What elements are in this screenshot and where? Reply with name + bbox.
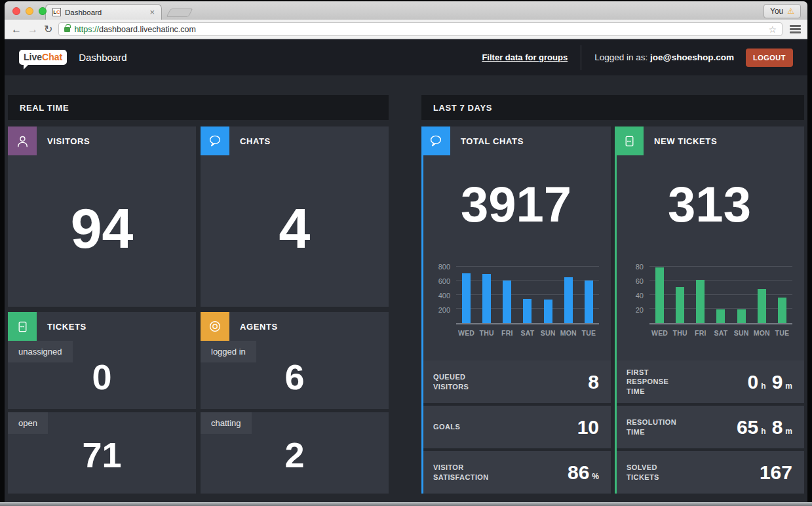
- chats-count: 4: [201, 155, 389, 307]
- last7days-section: LAST 7 DAYS TOTAL CHATS 3917: [421, 95, 804, 502]
- livechat-app: LiveChat Dashboard Filter data for group…: [5, 39, 807, 502]
- new-tickets-label: NEW TICKETS: [654, 136, 717, 146]
- solved-tickets-row: SOLVED TICKETS 167: [615, 451, 804, 494]
- tab-close-icon[interactable]: ×: [134, 7, 155, 17]
- close-window-button[interactable]: [12, 7, 20, 15]
- total-chats-count: 3917: [421, 155, 611, 252]
- livechat-favicon: LC: [52, 8, 61, 16]
- tickets-tile: TICKETS unassigned 0 open 71: [8, 312, 196, 494]
- profile-button[interactable]: You ⚠: [764, 4, 801, 18]
- agents-loggedin-card: logged in 6: [201, 341, 389, 409]
- agents-loggedin-count: 6: [201, 341, 389, 409]
- tickets-label: TICKETS: [47, 322, 87, 332]
- bookmark-star-icon[interactable]: ☆: [768, 25, 777, 34]
- back-button[interactable]: ←: [11, 24, 22, 35]
- total-chats-tile: TOTAL CHATS 3917 200400600800 WEDTHUFRIS…: [421, 126, 611, 494]
- realtime-section: REAL TIME VISITORS 94: [8, 95, 389, 502]
- window-controls: [12, 7, 47, 15]
- ssl-lock-icon: [64, 27, 70, 32]
- zoom-window-button[interactable]: [39, 7, 47, 15]
- browser-toolbar: ← → ↻ https:// dashboard.livechatinc.com…: [5, 20, 807, 39]
- tab-bar: LC Dashboard × You ⚠: [5, 1, 807, 20]
- realtime-section-title: REAL TIME: [8, 95, 389, 120]
- chat-bubble-icon: [201, 126, 229, 155]
- tickets-open-count: 71: [8, 412, 196, 494]
- header-divider: [581, 45, 581, 70]
- tickets-unassigned-card: unassigned 0: [8, 341, 196, 409]
- total-chats-label: TOTAL CHATS: [461, 136, 524, 146]
- minimize-window-button[interactable]: [26, 7, 33, 15]
- agents-chatting-count: 2: [201, 412, 389, 494]
- chats-label: CHATS: [240, 136, 271, 146]
- person-icon: [8, 126, 37, 155]
- resolution-time-row: RESOLUTION TIME 65h8m: [615, 406, 804, 448]
- new-tab-button[interactable]: [166, 9, 193, 17]
- lifebuoy-icon: [201, 312, 229, 341]
- desktop: LC Dashboard × You ⚠ ← → ↻ https:// dash…: [0, 0, 812, 506]
- url-scheme: https://: [74, 25, 99, 34]
- agents-label: AGENTS: [240, 322, 278, 332]
- profile-label: You: [770, 7, 783, 16]
- ticket-icon: [615, 126, 644, 155]
- goals-row: GOALS 10: [421, 406, 611, 448]
- warning-icon: ⚠: [787, 7, 794, 15]
- agents-tile: AGENTS logged in 6 chatting 2: [201, 312, 389, 494]
- new-tickets-count: 313: [615, 155, 804, 252]
- browser-menu-button[interactable]: [790, 25, 801, 33]
- new-tickets-chart: 20406080 WEDTHUFRISATSUNMONTUE: [615, 252, 804, 357]
- visitors-count: 94: [8, 155, 196, 307]
- url-host: dashboard.livechatinc.com: [99, 25, 196, 34]
- logged-in-text: Logged in as: joe@shoeshop.com: [594, 52, 734, 62]
- new-tickets-accent: [615, 126, 617, 494]
- page-title: Dashboard: [79, 52, 126, 63]
- visitors-tile: VISITORS 94: [8, 126, 196, 307]
- logout-button[interactable]: LOGOUT: [746, 49, 793, 67]
- chat-bubble-icon: [421, 126, 450, 155]
- new-tickets-tile: NEW TICKETS 313 20406080 WEDTHUFRISATSUN…: [615, 126, 804, 494]
- first-response-time-row: FIRST RESPONSE TIME 0h9m: [615, 360, 804, 403]
- ticket-icon: [8, 312, 37, 341]
- agents-chatting-card: chatting 2: [201, 412, 389, 494]
- tickets-unassigned-count: 0: [8, 341, 196, 409]
- url-bar[interactable]: https:// dashboard.livechatinc.com ☆: [58, 22, 783, 36]
- desktop-strip: [0, 502, 812, 506]
- forward-button[interactable]: →: [28, 24, 38, 35]
- total-chats-accent: [421, 126, 423, 494]
- total-chats-chart: 200400600800 WEDTHUFRISATSUNMONTUE: [421, 252, 611, 357]
- visitors-label: VISITORS: [47, 136, 90, 146]
- tickets-open-card: open 71: [8, 412, 196, 494]
- livechat-logo: LiveChat: [19, 50, 67, 65]
- queued-visitors-row: QUEUED VISITORS 8: [421, 360, 611, 403]
- reload-button[interactable]: ↻: [44, 24, 52, 35]
- last7days-section-title: LAST 7 DAYS: [421, 95, 804, 120]
- chats-tile: CHATS 4: [201, 126, 389, 307]
- browser-tab-dashboard[interactable]: LC Dashboard ×: [45, 4, 162, 20]
- app-header: LiveChat Dashboard Filter data for group…: [5, 39, 807, 75]
- visitor-satisfaction-row: VISITOR SATISFACTION 86%: [421, 451, 611, 494]
- tab-title: Dashboard: [65, 9, 102, 16]
- browser-window: LC Dashboard × You ⚠ ← → ↻ https:// dash…: [5, 1, 807, 502]
- dashboard-content: REAL TIME VISITORS 94: [5, 75, 807, 502]
- logged-in-email: joe@shoeshop.com: [650, 52, 734, 62]
- filter-groups-link[interactable]: Filter data for groups: [482, 52, 568, 62]
